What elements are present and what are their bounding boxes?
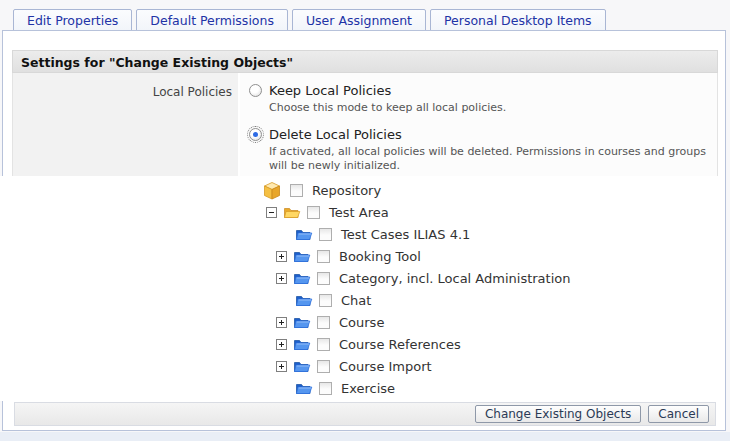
form-section-title: Settings for "Change Existing Objects" [12,50,718,73]
tree-row-exercise: Exercise [276,377,395,399]
tree-item-label[interactable]: Repository [312,183,381,198]
option-keep-local-policies: Keep Local Policies Choose this mode to … [249,83,717,115]
object-tree: RepositoryTest AreaTest Cases ILIAS 4.1B… [0,176,722,401]
repository-cube-icon [262,181,282,199]
change-existing-objects-button[interactable]: Change Existing Objects [475,405,641,423]
folder-blue-icon [293,357,311,375]
tree-row-course-references: Course References [276,333,461,355]
tree-expander-plus-icon[interactable] [276,273,287,284]
tree-row-course: Course [276,311,384,333]
folder-blue-icon [295,225,313,243]
tree-row-test-cases-ilias-4-1: Test Cases ILIAS 4.1 [276,223,470,245]
tree-item-label[interactable]: Chat [341,293,371,308]
tree-checkbox-repository[interactable] [290,184,303,197]
option-delete-local-policies: Delete Local Policies If activated, all … [249,127,717,173]
folder-yellow-icon [283,203,301,221]
field-label-column: Local Policies [13,73,238,176]
tree-row-chat: Chat [276,289,371,311]
tree-item-label[interactable]: Course References [339,337,461,352]
tree-expander-plus-icon[interactable] [276,317,287,328]
tree-row-test-area: Test Area [266,201,389,223]
folder-blue-icon [293,247,311,265]
tree-checkbox-test-area[interactable] [307,206,320,219]
tree-checkbox-exercise[interactable] [319,382,332,395]
settings-form: Local Policies Keep Local Policies Choos… [12,73,718,176]
radio-description-keep: Choose this mode to keep all local polic… [269,101,506,115]
tree-checkbox-category-incl-local-administration[interactable] [317,272,330,285]
command-row: Change Existing ObjectsCancel [14,402,716,426]
radio-keep-local-policies[interactable] [249,84,262,97]
tree-row-repository: Repository [262,179,381,201]
tree-checkbox-chat[interactable] [319,294,332,307]
field-content-column: Keep Local Policies Choose this mode to … [238,73,717,176]
tree-row-category-incl-local-administration: Category, incl. Local Administration [276,267,570,289]
tree-item-label[interactable]: Test Area [329,205,389,220]
tree-item-label[interactable]: Test Cases ILIAS 4.1 [341,227,470,242]
tree-checkbox-course-import[interactable] [317,360,330,373]
radio-delete-local-policies[interactable] [249,128,262,141]
radio-label-delete[interactable]: Delete Local Policies [269,127,717,142]
tree-expander-plus-icon[interactable] [276,339,287,350]
tree-expander-plus-icon[interactable] [276,251,287,262]
tree-checkbox-booking-tool[interactable] [317,250,330,263]
tree-checkbox-course-references[interactable] [317,338,330,351]
tree-row-booking-tool: Booking Tool [276,245,421,267]
radio-description-delete: If activated, all local policies will be… [269,145,717,173]
tab-user-assignment[interactable]: User Assignment [292,9,426,31]
tree-row-course-import: Course Import [276,355,432,377]
tab-bar: Edit PropertiesDefault PermissionsUser A… [13,9,606,31]
tree-item-label[interactable]: Category, incl. Local Administration [339,271,570,286]
tab-default-permissions[interactable]: Default Permissions [136,9,288,31]
tree-item-label[interactable]: Course Import [339,359,432,374]
tree-item-label[interactable]: Exercise [341,381,395,396]
tree-checkbox-test-cases-ilias-4-1[interactable] [319,228,332,241]
tree-expander-minus-icon[interactable] [266,207,277,218]
tree-expander-plus-icon[interactable] [276,361,287,372]
folder-blue-icon [295,379,313,397]
cancel-button[interactable]: Cancel [648,405,709,423]
folder-blue-icon [293,269,311,287]
folder-blue-icon [293,313,311,331]
folder-blue-icon [295,291,313,309]
tab-edit-properties[interactable]: Edit Properties [13,9,132,31]
folder-blue-icon [293,335,311,353]
local-policies-field-label: Local Policies [153,85,232,99]
tree-item-label[interactable]: Booking Tool [339,249,421,264]
tree-item-label[interactable]: Course [339,315,384,330]
page-background-strip [0,432,730,441]
tree-checkbox-course[interactable] [317,316,330,329]
radio-label-keep[interactable]: Keep Local Policies [269,83,506,98]
tab-personal-desktop-items[interactable]: Personal Desktop Items [430,9,606,31]
